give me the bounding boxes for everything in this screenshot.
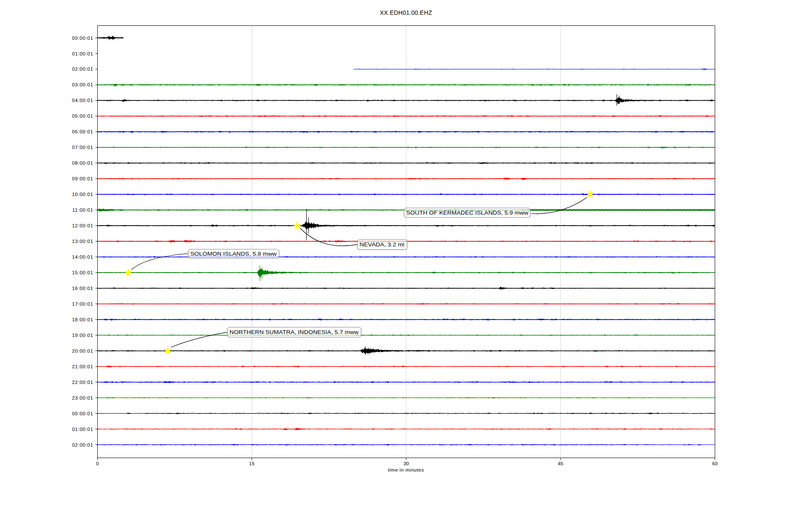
svg-text:14:00:01: 14:00:01 [72,254,93,260]
svg-text:02:00:01: 02:00:01 [72,442,93,447]
svg-text:30: 30 [403,461,409,466]
svg-text:SOUTH OF KERMADEC ISLANDS, 5.9: SOUTH OF KERMADEC ISLANDS, 5.9 mww [406,210,529,216]
svg-text:45: 45 [558,461,563,466]
svg-text:60: 60 [712,461,718,466]
svg-text:12:00:01: 12:00:01 [72,223,93,228]
svg-text:23:00:01: 23:00:01 [72,395,93,400]
svg-text:XX.EDH01.00.EHZ: XX.EDH01.00.EHZ [380,9,432,16]
svg-text:08:00:01: 08:00:01 [72,160,93,166]
svg-text:19:00:01: 19:00:01 [72,333,93,338]
svg-text:01:00:01: 01:00:01 [72,427,93,432]
svg-text:17:00:01: 17:00:01 [72,301,93,306]
svg-text:NORTHERN SUMATRA, INDONESIA, 5: NORTHERN SUMATRA, INDONESIA, 5.7 mww [230,329,359,335]
svg-text:16:00:01: 16:00:01 [72,286,93,291]
svg-text:0: 0 [96,461,99,466]
svg-text:time in minutes: time in minutes [388,467,424,472]
svg-text:03:00:01: 03:00:01 [72,82,93,87]
svg-text:21:00:01: 21:00:01 [72,364,93,369]
svg-text:11:00:01: 11:00:01 [72,207,93,213]
svg-text:04:00:01: 04:00:01 [72,98,93,103]
svg-text:20:00:01: 20:00:01 [72,348,93,353]
svg-text:SOLOMON ISLANDS, 5.8 mww: SOLOMON ISLANDS, 5.8 mww [190,251,277,257]
svg-text:01:00:01: 01:00:01 [72,51,93,56]
svg-text:00:00:01: 00:00:01 [72,36,93,41]
svg-text:13:00:01: 13:00:01 [72,239,93,244]
svg-text:09:00:01: 09:00:01 [72,176,93,181]
svg-text:18:00:01: 18:00:01 [72,317,93,322]
svg-text:15:00:01: 15:00:01 [72,270,93,275]
svg-text:07:00:01: 07:00:01 [72,145,93,150]
svg-text:10:00:01: 10:00:01 [72,192,93,197]
svg-text:15: 15 [249,461,255,466]
svg-text:06:00:01: 06:00:01 [72,129,93,134]
svg-text:05:00:01: 05:00:01 [72,113,93,119]
svg-text:00:00:01: 00:00:01 [72,411,93,416]
svg-text:NEVADA, 3.2 ml: NEVADA, 3.2 ml [359,242,404,248]
svg-text:02:00:01: 02:00:01 [72,66,93,72]
svg-text:22:00:01: 22:00:01 [72,380,93,385]
